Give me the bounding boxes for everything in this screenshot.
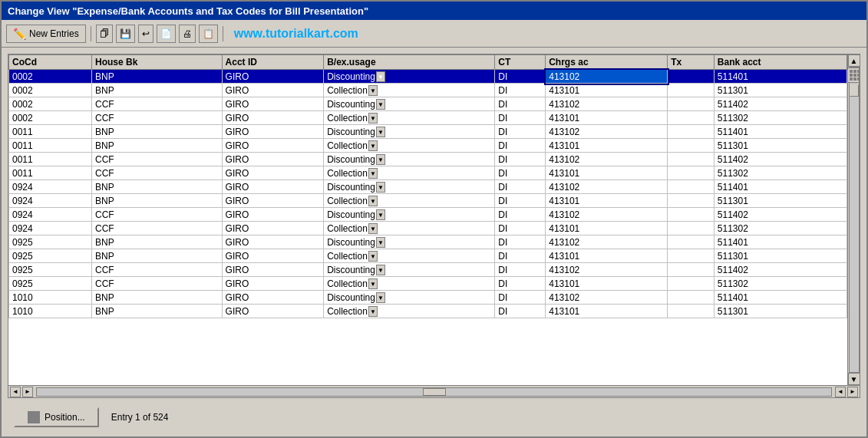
cell-bex-usage[interactable]: Discounting▼ xyxy=(324,291,495,305)
cell-chrgs-ac[interactable]: 413101 xyxy=(546,166,668,180)
cell-ct: DI xyxy=(495,249,546,263)
print-button[interactable]: 🖨 xyxy=(179,25,196,43)
table-row[interactable]: 0002CCFGIRODiscounting▼DI413102511402 xyxy=(9,97,847,111)
table-row[interactable]: 0924CCFGIRODiscounting▼DI413102511402 xyxy=(9,208,847,222)
cell-bex-usage-dropdown-arrow[interactable]: ▼ xyxy=(376,127,385,137)
hscroll-end-right[interactable]: ► xyxy=(847,387,858,397)
cell-chrgs-ac[interactable]: 413101 xyxy=(546,111,668,125)
cell-chrgs-ac[interactable]: 413102 xyxy=(546,97,668,111)
checkbox-area[interactable] xyxy=(850,84,859,97)
cell-bex-usage[interactable]: Collection▼ xyxy=(324,277,495,291)
cell-bex-usage-dropdown-arrow[interactable]: ▼ xyxy=(376,292,385,303)
cell-bex-usage[interactable]: Discounting▼ xyxy=(324,180,495,194)
undo-button[interactable]: ↩ xyxy=(138,25,153,43)
cell-bex-usage-dropdown-arrow[interactable]: ▼ xyxy=(368,113,378,123)
table-row[interactable]: 0011CCFGIROCollection▼DI413101511302 xyxy=(9,166,847,180)
table-row[interactable]: 0002BNPGIROCollection▼DI413101511301 xyxy=(9,84,847,97)
cell-bex-usage[interactable]: Discounting▼ xyxy=(324,97,495,111)
cell-bex-usage-dropdown-arrow[interactable]: ▼ xyxy=(368,168,378,179)
cell-chrgs-ac[interactable]: 413102 xyxy=(546,153,668,166)
copy-button[interactable]: 🗍 xyxy=(96,25,113,43)
table-row[interactable]: 1010BNPGIROCollection▼DI413101511301 xyxy=(9,305,847,318)
cell-chrgs-ac[interactable]: 413102 xyxy=(546,180,668,194)
table-row[interactable]: 0011BNPGIRODiscounting▼DI413102511401 xyxy=(9,125,847,139)
cell-chrgs-ac[interactable]: 413101 xyxy=(546,249,668,263)
cell-bex-usage[interactable]: Discounting▼ xyxy=(324,235,495,249)
table-row[interactable]: 0924BNPGIROCollection▼DI413101511301 xyxy=(9,194,847,208)
vertical-scrollbar[interactable]: ▲ xyxy=(847,54,860,385)
table-row[interactable]: 0925BNPGIROCollection▼DI413101511301 xyxy=(9,249,847,263)
cell-house-bk: CCF xyxy=(92,97,223,111)
cell-chrgs-ac[interactable]: 413101 xyxy=(546,194,668,208)
cell-bex-usage-dropdown-arrow[interactable]: ▼ xyxy=(368,140,378,151)
cell-chrgs-ac[interactable]: 413102 xyxy=(546,291,668,305)
cell-chrgs-ac[interactable]: 413101 xyxy=(546,222,668,235)
scroll-track[interactable] xyxy=(849,67,860,373)
cell-bex-usage-dropdown-arrow[interactable]: ▼ xyxy=(368,85,378,96)
hscroll-right-button[interactable]: ► xyxy=(22,387,33,397)
cell-bex-usage-dropdown-arrow[interactable]: ▼ xyxy=(376,237,385,248)
table-row[interactable]: 0924BNPGIRODiscounting▼DI413102511401 xyxy=(9,180,847,194)
cell-chrgs-ac[interactable]: 413101 xyxy=(546,84,668,97)
cell-chrgs-ac[interactable]: 413101 xyxy=(546,139,668,153)
cell-chrgs-ac[interactable]: 413101 xyxy=(546,305,668,318)
save-button[interactable]: 💾 xyxy=(116,25,135,43)
find-button[interactable]: 📋 xyxy=(199,25,218,43)
cell-bex-usage[interactable]: Collection▼ xyxy=(324,111,495,125)
layout-icon[interactable] xyxy=(847,68,860,83)
scroll-down-button[interactable]: ▼ xyxy=(848,373,860,385)
hscroll-end-left[interactable]: ◄ xyxy=(835,387,846,397)
cell-bex-usage[interactable]: Discounting▼ xyxy=(324,153,495,166)
cell-bex-usage-dropdown-arrow[interactable]: ▼ xyxy=(376,182,385,193)
cell-bex-usage-dropdown-arrow[interactable]: ▼ xyxy=(368,278,378,289)
cell-chrgs-ac[interactable]: 413102 xyxy=(546,208,668,222)
table-row[interactable]: 0002BNPGIRODiscounting▼DI413102511401 xyxy=(9,70,847,84)
cell-bex-usage-dropdown-arrow[interactable]: ▼ xyxy=(368,306,378,317)
hscroll-track[interactable] xyxy=(36,387,832,397)
table-row[interactable]: 0925CCFGIRODiscounting▼DI413102511402 xyxy=(9,263,847,277)
cell-bex-usage[interactable]: Discounting▼ xyxy=(324,125,495,139)
horizontal-scrollbar[interactable]: ◄ ► ◄ ► xyxy=(8,385,860,397)
cell-bex-usage[interactable]: Discounting▼ xyxy=(324,70,495,84)
cell-bex-usage[interactable]: Discounting▼ xyxy=(324,208,495,222)
cell-chrgs-ac[interactable]: 413102 xyxy=(546,70,668,84)
cell-bex-usage[interactable]: Collection▼ xyxy=(324,305,495,318)
cell-bex-usage-dropdown-arrow[interactable]: ▼ xyxy=(376,209,385,220)
table-row[interactable]: 0924CCFGIROCollection▼DI413101511302 xyxy=(9,222,847,235)
cell-bex-usage-dropdown-arrow[interactable]: ▼ xyxy=(376,99,385,110)
new-entries-button[interactable]: ✏️ New Entries xyxy=(6,25,86,43)
cell-bank-acct: 511401 xyxy=(714,291,847,305)
cell-cocd: 0924 xyxy=(9,208,92,222)
cell-chrgs-ac[interactable]: 413102 xyxy=(546,263,668,277)
table-row[interactable]: 0011BNPGIROCollection▼DI413101511301 xyxy=(9,139,847,153)
refresh-button[interactable]: 📄 xyxy=(157,25,176,43)
cell-bex-usage[interactable]: Collection▼ xyxy=(324,249,495,263)
table-row[interactable]: 0011CCFGIRODiscounting▼DI413102511402 xyxy=(9,153,847,166)
cell-bex-usage-dropdown-arrow[interactable]: ▼ xyxy=(368,223,378,234)
cell-chrgs-ac[interactable]: 413102 xyxy=(546,125,668,139)
table-row[interactable]: 0002CCFGIROCollection▼DI413101511302 xyxy=(9,111,847,125)
cell-bex-usage[interactable]: Collection▼ xyxy=(324,222,495,235)
table-row[interactable]: 0925CCFGIROCollection▼DI413101511302 xyxy=(9,277,847,291)
cell-bex-usage[interactable]: Discounting▼ xyxy=(324,263,495,277)
cell-chrgs-ac[interactable]: 413102 xyxy=(546,235,668,249)
cell-bex-usage-dropdown-arrow[interactable]: ▼ xyxy=(376,154,385,165)
scroll-up-button[interactable]: ▲ xyxy=(848,54,860,67)
cell-bex-usage-dropdown-arrow[interactable]: ▼ xyxy=(368,251,378,262)
table-row[interactable]: 0925BNPGIRODiscounting▼DI413102511401 xyxy=(9,235,847,249)
cell-bex-usage-text: Collection xyxy=(327,113,368,123)
cell-ct: DI xyxy=(495,291,546,305)
cell-house-bk: BNP xyxy=(92,84,223,97)
cell-bex-usage[interactable]: Collection▼ xyxy=(324,166,495,180)
cell-bex-usage-dropdown-arrow[interactable]: ▼ xyxy=(376,265,385,275)
cell-bex-usage[interactable]: Collection▼ xyxy=(324,139,495,153)
position-button[interactable]: Position... xyxy=(14,407,99,427)
table-row[interactable]: 1010BNPGIRODiscounting▼DI413102511401 xyxy=(9,291,847,305)
cell-bex-usage[interactable]: Collection▼ xyxy=(324,84,495,97)
cell-bex-usage[interactable]: Collection▼ xyxy=(324,194,495,208)
hscroll-left-button[interactable]: ◄ xyxy=(10,387,21,397)
cell-bex-usage-dropdown-arrow[interactable]: ▼ xyxy=(368,196,378,206)
cell-acct-id: GIRO xyxy=(222,235,324,249)
cell-chrgs-ac[interactable]: 413101 xyxy=(546,277,668,291)
cell-bex-usage-dropdown-arrow[interactable]: ▼ xyxy=(376,71,385,82)
